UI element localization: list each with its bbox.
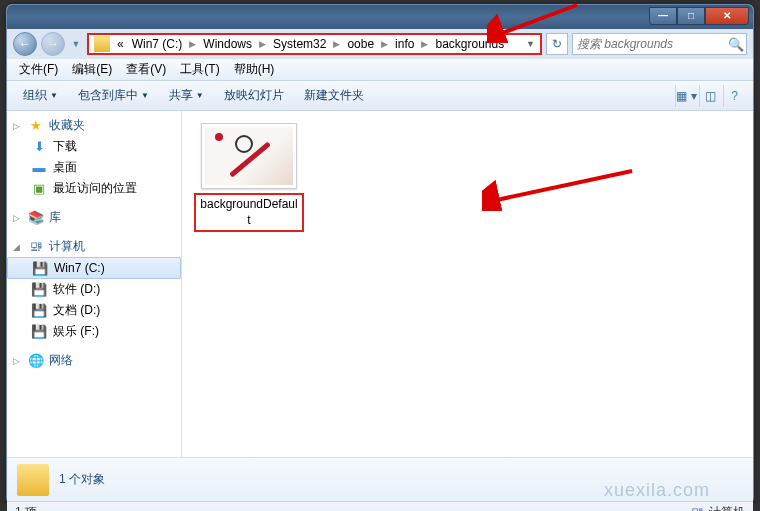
- menu-view[interactable]: 查看(V): [120, 59, 172, 80]
- navigation-bar: ← → ▼ « Win7 (C:) ▶ Windows ▶ System32 ▶…: [7, 29, 753, 59]
- sidebar-item-desktop[interactable]: ▬桌面: [7, 157, 181, 178]
- file-label: backgroundDefault: [194, 193, 304, 232]
- command-bar: 组织 ▼ 包含到库中 ▼ 共享 ▼ 放映幻灯片 新建文件夹 ▦ ▾ ◫ ?: [7, 81, 753, 111]
- breadcrumb-segment[interactable]: oobe: [343, 37, 378, 51]
- breadcrumb-segment[interactable]: info: [391, 37, 418, 51]
- address-bar[interactable]: « Win7 (C:) ▶ Windows ▶ System32 ▶ oobe …: [87, 33, 542, 55]
- details-text: 1 个对象: [59, 471, 105, 488]
- maximize-button[interactable]: □: [677, 7, 705, 25]
- explorer-window: — □ ✕ ← → ▼ « Win7 (C:) ▶ Windows ▶ Syst…: [6, 4, 754, 504]
- sidebar-network[interactable]: ▷🌐网络: [7, 350, 181, 371]
- titlebar[interactable]: — □ ✕: [7, 5, 753, 29]
- minimize-button[interactable]: —: [649, 7, 677, 25]
- search-input[interactable]: [577, 37, 728, 51]
- status-item-count: 1 项: [15, 504, 37, 511]
- chevron-right-icon[interactable]: ▶: [418, 39, 431, 49]
- breadcrumb-segment[interactable]: System32: [269, 37, 330, 51]
- folder-icon: [94, 36, 110, 52]
- details-pane: 1 个对象: [7, 457, 753, 501]
- sidebar-item-drive-c[interactable]: 💾Win7 (C:): [7, 257, 181, 279]
- search-icon[interactable]: 🔍: [728, 37, 744, 52]
- view-options-icon[interactable]: ▦ ▾: [675, 85, 697, 107]
- history-dropdown[interactable]: ▼: [69, 34, 83, 54]
- svg-line-1: [492, 171, 632, 201]
- chevron-right-icon[interactable]: ▶: [330, 39, 343, 49]
- file-item[interactable]: backgroundDefault: [194, 123, 304, 232]
- forward-button[interactable]: →: [41, 32, 65, 56]
- status-bar: 1 项 🖳 计算机: [7, 501, 753, 511]
- help-icon[interactable]: ?: [723, 85, 745, 107]
- chevron-right-icon[interactable]: ▶: [378, 39, 391, 49]
- sidebar-item-recent[interactable]: ▣最近访问的位置: [7, 178, 181, 199]
- close-button[interactable]: ✕: [705, 7, 749, 25]
- menu-bar: 文件(F) 编辑(E) 查看(V) 工具(T) 帮助(H): [7, 59, 753, 81]
- menu-file[interactable]: 文件(F): [13, 59, 64, 80]
- address-dropdown[interactable]: ▼: [523, 39, 538, 49]
- window-controls: — □ ✕: [649, 7, 749, 25]
- sidebar-favorites[interactable]: ▷★收藏夹: [7, 115, 181, 136]
- menu-edit[interactable]: 编辑(E): [66, 59, 118, 80]
- sidebar-item-drive-d2[interactable]: 💾文档 (D:): [7, 300, 181, 321]
- menu-help[interactable]: 帮助(H): [228, 59, 281, 80]
- chevron-right-icon[interactable]: ▶: [256, 39, 269, 49]
- menu-tools[interactable]: 工具(T): [174, 59, 225, 80]
- computer-icon: 🖳: [689, 505, 705, 512]
- search-box[interactable]: 🔍: [572, 33, 747, 55]
- breadcrumb-segment[interactable]: backgrounds: [431, 37, 508, 51]
- preview-pane-icon[interactable]: ◫: [699, 85, 721, 107]
- sidebar-item-drive-d1[interactable]: 💾软件 (D:): [7, 279, 181, 300]
- sidebar-item-drive-f[interactable]: 💾娱乐 (F:): [7, 321, 181, 342]
- slideshow-button[interactable]: 放映幻灯片: [216, 84, 292, 107]
- status-location: 计算机: [709, 504, 745, 511]
- sidebar-libraries[interactable]: ▷📚库: [7, 207, 181, 228]
- navigation-pane[interactable]: ▷★收藏夹 ⬇下载 ▬桌面 ▣最近访问的位置 ▷📚库 ◢🖳计算机 💾Win7 (…: [7, 111, 182, 457]
- address-prefix: «: [113, 37, 128, 51]
- annotation-arrow-icon: [482, 161, 642, 211]
- file-thumbnail: [201, 123, 297, 189]
- sidebar-item-downloads[interactable]: ⬇下载: [7, 136, 181, 157]
- organize-button[interactable]: 组织 ▼: [15, 84, 66, 107]
- folder-icon: [17, 464, 49, 496]
- explorer-body: ▷★收藏夹 ⬇下载 ▬桌面 ▣最近访问的位置 ▷📚库 ◢🖳计算机 💾Win7 (…: [7, 111, 753, 457]
- breadcrumb-segment[interactable]: Windows: [199, 37, 256, 51]
- sidebar-computer[interactable]: ◢🖳计算机: [7, 236, 181, 257]
- refresh-button[interactable]: ↻: [546, 33, 568, 55]
- breadcrumb-segment[interactable]: Win7 (C:): [128, 37, 187, 51]
- file-list-pane[interactable]: backgroundDefault: [182, 111, 753, 457]
- chevron-right-icon[interactable]: ▶: [186, 39, 199, 49]
- back-button[interactable]: ←: [13, 32, 37, 56]
- include-library-button[interactable]: 包含到库中 ▼: [70, 84, 157, 107]
- share-button[interactable]: 共享 ▼: [161, 84, 212, 107]
- new-folder-button[interactable]: 新建文件夹: [296, 84, 372, 107]
